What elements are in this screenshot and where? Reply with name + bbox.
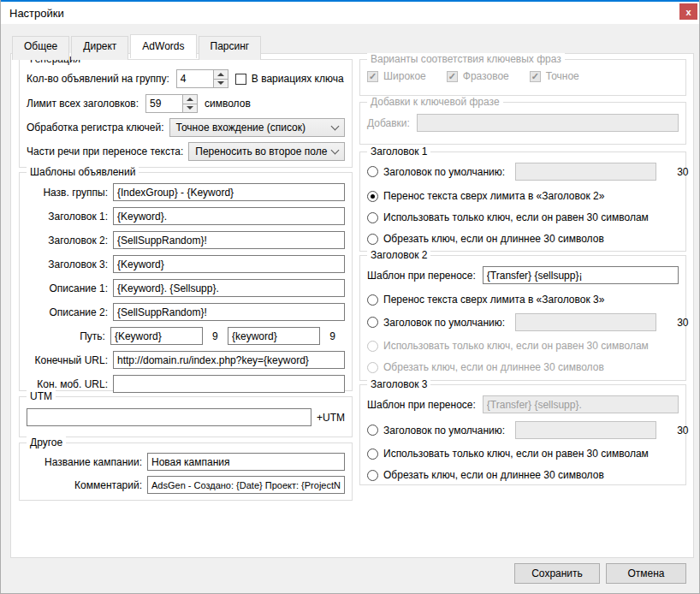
group-name-input[interactable] (113, 183, 345, 201)
window-title: Настройки (9, 7, 64, 20)
group-additives: Добавки к ключевой фразе Добавки: (359, 102, 686, 145)
headline3-label: Заголовок 3: (27, 258, 108, 270)
window-accent-line (1, 0, 699, 2)
header1-default-limit: 30 (677, 166, 688, 178)
header2-default-label[interactable]: Заголовок по умолчанию: (383, 317, 505, 329)
exact-match-checkbox: ✓ (530, 71, 541, 82)
tab-parsing[interactable]: Парсинг (199, 36, 262, 60)
header3-key-equal-radio[interactable] (367, 448, 378, 460)
header2-transfer-label[interactable]: Перенос текста сверх лимита в «Заголовок… (383, 294, 604, 306)
header2-transfer-template-input[interactable] (483, 266, 679, 284)
header2-key-equal-label: Использовать только ключ, если он равен … (383, 340, 649, 352)
group-header1-title: Заголовок 1 (367, 146, 430, 157)
group-header3-title: Заголовок 3 (367, 378, 430, 390)
final-url-input[interactable] (113, 351, 345, 369)
description2-label: Описание 2: (27, 306, 108, 318)
additives-label: Добавки: (367, 117, 410, 129)
description2-input[interactable] (113, 303, 345, 321)
header2-transfer-radio[interactable] (367, 294, 378, 306)
group-match-types-title: Варианты соответствия ключевых фраз (367, 53, 565, 65)
utm-input[interactable] (27, 408, 311, 426)
ads-per-group-value[interactable]: 4 (177, 70, 213, 87)
spin-down-icon[interactable] (183, 104, 197, 113)
path-label: Путь: (27, 330, 105, 342)
broad-match-label: Широкое (383, 70, 426, 82)
headline1-input[interactable] (113, 207, 345, 225)
header1-transfer-label[interactable]: Перенос текста сверх лимита в «Заголовок… (383, 190, 604, 202)
group-header2-title: Заголовок 2 (367, 249, 430, 261)
group-other: Другое Название кампании: Комментарий: (19, 443, 353, 501)
headline2-label: Заголовок 2: (27, 235, 108, 247)
chevron-down-icon (331, 122, 340, 130)
mobile-url-input[interactable] (113, 375, 345, 393)
header1-default-radio[interactable] (367, 166, 378, 177)
headers-limit-label: Лимит всех заголовков: (27, 98, 139, 110)
exact-match-label: Точное (546, 70, 579, 82)
mobile-url-label: Кон. моб. URL: (27, 378, 108, 390)
description1-label: Описание 1: (27, 282, 108, 294)
comment-input[interactable] (147, 476, 345, 494)
headline2-input[interactable] (113, 231, 345, 249)
headline3-input[interactable] (113, 255, 345, 273)
header3-default-radio[interactable] (367, 425, 378, 436)
header3-default-limit: 30 (677, 425, 688, 437)
spin-up-icon[interactable] (183, 95, 197, 104)
header2-default-radio[interactable] (367, 317, 378, 328)
spin-down-icon[interactable] (214, 80, 228, 88)
tab-strip: Общее Директ AdWords Парсинг (12, 34, 263, 58)
group-name-label: Назв. группы: (27, 187, 108, 199)
tab-adwords[interactable]: AdWords (130, 34, 196, 58)
group-header3: Заголовок 3 Шаблон при переносе: Заголов… (359, 384, 686, 485)
additives-input (417, 114, 679, 132)
header1-transfer-radio[interactable] (367, 191, 378, 202)
header3-transfer-template-input (483, 395, 679, 413)
header1-key-trim-radio[interactable] (367, 234, 378, 245)
settings-dialog: Настройки x Общее Директ AdWords Парсинг… (0, 0, 700, 594)
path1-input[interactable] (110, 327, 203, 345)
group-header2: Заголовок 2 Шаблон при переносе: Перенос… (359, 255, 686, 381)
header1-default-label[interactable]: Заголовок по умолчанию: (383, 166, 505, 178)
ads-per-group-stepper[interactable]: 4 (176, 69, 228, 88)
comment-label: Комментарий: (27, 479, 142, 491)
cancel-button[interactable]: Отмена (606, 563, 686, 584)
path2-count: 9 (320, 330, 345, 342)
speech-parts-value: Переносить во второе поле (195, 146, 327, 157)
save-button[interactable]: Сохранить (514, 563, 600, 584)
tab-obshchee[interactable]: Общее (12, 36, 69, 60)
final-url-label: Конечный URL: (27, 354, 108, 366)
path2-input[interactable] (228, 327, 320, 345)
header3-key-trim-label[interactable]: Обрезать ключ, если он длиннее 30 символ… (383, 469, 604, 481)
spin-up-icon[interactable] (214, 70, 228, 80)
phrase-match-label: Фразовое (463, 70, 509, 82)
key-variations-label[interactable]: В вариациях ключа (252, 73, 344, 85)
header3-default-input (515, 421, 656, 439)
key-variations-checkbox[interactable]: ✓ (235, 74, 246, 85)
header2-transfer-template-label: Шаблон при переносе: (367, 270, 476, 282)
header1-key-trim-label[interactable]: Обрезать ключ, если он длиннее 30 символ… (383, 233, 604, 245)
close-button[interactable]: x (679, 3, 697, 20)
header1-key-equal-label[interactable]: Использовать только ключ, если он равен … (383, 211, 649, 223)
header3-key-trim-radio[interactable] (367, 470, 378, 481)
broad-match-checkbox: ✓ (367, 71, 378, 82)
headers-limit-suffix: символов (205, 98, 251, 110)
utm-suffix-label: +UTM (317, 412, 345, 424)
header1-key-equal-radio[interactable] (367, 212, 378, 223)
header3-key-equal-label[interactable]: Использовать только ключ, если он равен … (383, 448, 649, 460)
header2-default-limit: 30 (677, 317, 688, 329)
group-additives-title: Добавки к ключевой фразе (367, 96, 503, 108)
header3-default-label[interactable]: Заголовок по умолчанию: (383, 425, 505, 437)
group-generation: Генерация Кол-во объявлений на группу: 4… (19, 59, 353, 168)
case-handling-label: Обработка регистра ключей: (27, 122, 164, 134)
speech-parts-label: Части речи при переносе текста: (27, 146, 183, 157)
description1-input[interactable] (113, 279, 345, 297)
chevron-down-icon (331, 146, 340, 154)
titlebar[interactable]: Настройки x (1, 2, 699, 24)
headers-limit-stepper[interactable]: 59 (145, 94, 198, 113)
case-handling-select[interactable]: Точное вхождение (список) (169, 118, 345, 137)
headers-limit-value[interactable]: 59 (146, 95, 182, 112)
tab-direkt[interactable]: Директ (71, 36, 128, 60)
speech-parts-select[interactable]: Переносить во второе поле (188, 142, 345, 161)
group-other-title: Другое (27, 437, 66, 448)
campaign-name-input[interactable] (147, 453, 345, 471)
header2-key-equal-radio (367, 341, 378, 352)
